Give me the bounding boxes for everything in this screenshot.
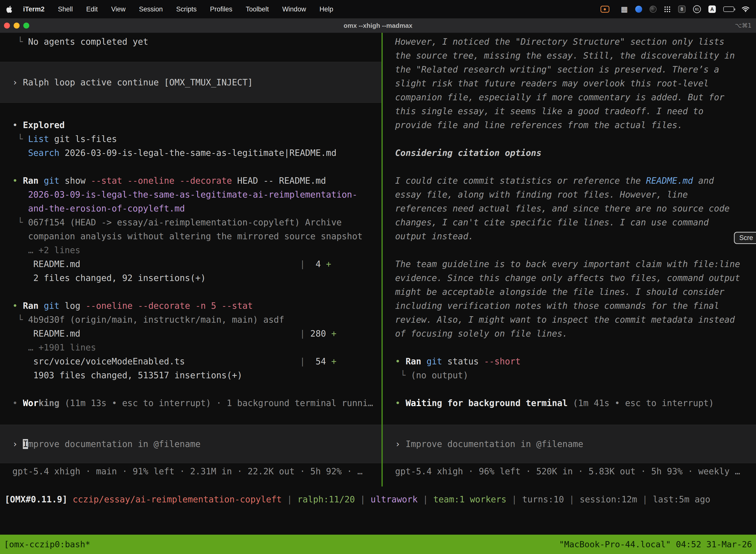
terminal-line: essay file, along with finding root file…	[383, 188, 756, 202]
terminal-line: └ No agents completed yet	[0, 35, 381, 49]
window-shortcut: ⌥⌘1	[735, 22, 752, 29]
terminal-line: › Ralph loop active continue [OMX_TMUX_I…	[0, 75, 381, 89]
terminal-line: However, I noticed the "Directory Struct…	[383, 35, 756, 49]
menu-item-toolbelt[interactable]: Toolbelt	[246, 5, 269, 13]
terminal-line: Search 2026-03-09-is-legal-the-same-as-l…	[0, 146, 381, 160]
terminal-line: and-the-erosion-of-copyleft.md	[0, 202, 381, 215]
menu-bar: iTerm2 ShellEditViewSessionScriptsProfil…	[0, 0, 756, 18]
menu-item-help[interactable]: Help	[319, 5, 333, 13]
prompt-input-left[interactable]: › Improve documentation in @filename	[0, 425, 381, 463]
terminal-line: review. Also, I might want to inspect th…	[383, 313, 756, 327]
left-pane-prelines: └ No agents completed yet	[0, 35, 381, 49]
window-title: omx --xhigh --madmax	[0, 22, 756, 30]
left-pane-body: • Explored └ List git ls-files Search 20…	[0, 118, 381, 410]
title-bar[interactable]: omx --xhigh --madmax ⌥⌘1	[0, 18, 756, 33]
terminal-line: including verification notes with those …	[383, 299, 756, 313]
blue-app-icon[interactable]	[635, 6, 642, 13]
terminal-line: … +1901 lines	[0, 340, 381, 354]
terminal-line: └ 4b9d30f (origin/main, instructkr/main,…	[0, 313, 381, 327]
terminal-line: 2026-03-09-is-legal-the-same-as-legitima…	[0, 188, 381, 202]
terminal-line: changes, I can't cite specific file line…	[383, 215, 756, 229]
screen-capture-overlay-button[interactable]: Scre	[734, 232, 756, 244]
right-pane-body: However, I noticed the "Directory Struct…	[383, 35, 756, 410]
right-pane[interactable]: However, I noticed the "Directory Struct…	[383, 33, 756, 487]
terminal-line: output instead.	[383, 229, 756, 243]
terminal-line: › Improve documentation in @filename	[383, 437, 756, 451]
screen-recording-indicator-icon[interactable]	[601, 6, 610, 13]
terminal-line	[383, 243, 756, 257]
terminal-line	[0, 160, 381, 174]
terminal-line: companion analysis without altering the …	[0, 229, 381, 243]
terminal-line	[383, 382, 756, 396]
terminal-line	[0, 382, 381, 396]
terminal-line: └ List git ls-files	[0, 132, 381, 146]
left-pane[interactable]: └ No agents completed yet › Ralph loop a…	[0, 33, 381, 487]
menu-item-edit[interactable]: Edit	[86, 5, 98, 13]
apple-icon	[6, 5, 13, 13]
terminal-line: … +2 lines	[0, 243, 381, 257]
terminal-line: evidence. Since this change only affects…	[383, 271, 756, 285]
terminal-line: • Ran git status --short	[383, 354, 756, 368]
tmux-status-bar: [omx-cczip0:bash* "MacBook-Pro-44.local"…	[0, 535, 756, 554]
terminal-line: • Waiting for background terminal (1m 41…	[383, 396, 756, 410]
terminal-line: the "Related research writing" section i…	[383, 63, 756, 76]
battery-percent-badge-icon[interactable]: 61	[693, 5, 701, 13]
prompt-input-right[interactable]: › Improve documentation in @filename	[383, 425, 756, 463]
terminal-line: › Improve documentation in @filename	[0, 437, 381, 451]
menu-items: ShellEditViewSessionScriptsProfilesToolb…	[58, 5, 333, 13]
terminal-line: gpt-5.4 xhigh · main · 91% left · 2.31M …	[0, 464, 381, 478]
terminal-line: Considering citation options	[383, 146, 756, 160]
terminal-line	[383, 340, 756, 354]
menu-status-icons: ▦ 8 61 A	[601, 5, 750, 13]
wifi-icon[interactable]	[742, 6, 750, 12]
menu-item-shell[interactable]: Shell	[58, 5, 73, 13]
dark-app-icon[interactable]	[649, 6, 656, 13]
keycap-8-icon[interactable]: 8	[678, 5, 686, 13]
terminal-line: might be acceptable alongside the file l…	[383, 285, 756, 299]
terminal-line: • Explored	[0, 118, 381, 132]
screen: iTerm2 ShellEditViewSessionScriptsProfil…	[0, 0, 756, 554]
terminal-line: of focusing solely on file lines.	[383, 327, 756, 340]
terminal-line: • Ran git log --oneline --decorate -n 5 …	[0, 299, 381, 313]
terminal-line: [OMX#0.11.9] cczip/essay/ai-reimplementa…	[0, 492, 756, 506]
terminal: └ No agents completed yet › Ralph loop a…	[0, 33, 756, 554]
record-dot-icon	[604, 8, 606, 10]
terminal-line: references need actual files, and since …	[383, 202, 756, 215]
pane-status-left: gpt-5.4 xhigh · main · 91% left · 2.31M …	[0, 464, 381, 478]
terminal-line: • Ran git show --stat --oneline --decora…	[0, 174, 381, 188]
terminal-line: the source tree, missing the essay. Stil…	[383, 49, 756, 63]
terminal-line: this single essay, it seems like a good …	[383, 104, 756, 118]
terminal-line	[0, 285, 381, 299]
terminal-line: I could cite commit statistics or refere…	[383, 174, 756, 188]
battery-icon[interactable]	[723, 6, 734, 12]
terminal-line: src/voice/voiceModeEnabled.ts | 54 +	[0, 354, 381, 368]
terminal-line: companion file, especially if more comme…	[383, 90, 756, 104]
terminal-line: gpt-5.4 xhigh · 96% left · 520K in · 5.8…	[383, 464, 756, 478]
terminal-line: provide file and line references from th…	[383, 118, 756, 132]
terminal-line: └ 067f154 (HEAD -> essay/ai-reimplementa…	[0, 215, 381, 229]
pane-status-right: gpt-5.4 xhigh · 96% left · 520K in · 5.8…	[383, 464, 756, 478]
terminal-line	[383, 132, 756, 146]
input-source-icon[interactable]: A	[708, 5, 716, 13]
ralph-inject-banner: › Ralph loop active continue [OMX_TMUX_I…	[0, 62, 381, 103]
terminal-line: README.md | 4 +	[0, 257, 381, 271]
dots-grid-icon[interactable]	[664, 6, 671, 13]
tmux-session-label: [omx-cczip0:bash*	[4, 539, 90, 549]
app-menu-iterm2[interactable]: iTerm2	[23, 5, 45, 13]
menu-item-session[interactable]: Session	[139, 5, 163, 13]
menu-item-profiles[interactable]: Profiles	[210, 5, 233, 13]
terminal-line: slight risk that future readers may over…	[383, 76, 756, 90]
tmux-host-time-label: "MacBook-Pro-44.local" 04:52 31-Mar-26	[559, 539, 752, 549]
terminal-line: README.md | 280 +	[0, 327, 381, 340]
menu-item-window[interactable]: Window	[282, 5, 306, 13]
omx-status-bar: [OMX#0.11.9] cczip/essay/ai-reimplementa…	[0, 492, 756, 506]
terminal-line: • Working (11m 13s • esc to interrupt) ·…	[0, 396, 381, 410]
menu-item-scripts[interactable]: Scripts	[176, 5, 197, 13]
apple-menu[interactable]	[6, 5, 13, 13]
terminal-line: 2 files changed, 92 insertions(+)	[0, 271, 381, 285]
terminal-line	[383, 160, 756, 174]
terminal-line: The team guideline is to back every impo…	[383, 257, 756, 271]
menu-item-view[interactable]: View	[111, 5, 126, 13]
terminal-line: └ (no output)	[383, 368, 756, 382]
grid-app-icon[interactable]: ▦	[621, 5, 628, 13]
